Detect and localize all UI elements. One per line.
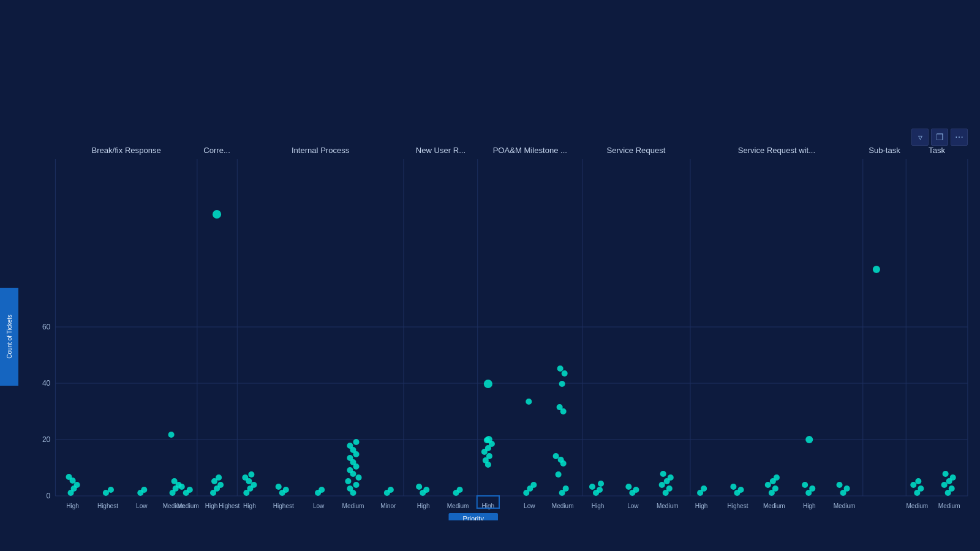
svg-text:Minor: Minor <box>380 503 396 509</box>
svg-point-74 <box>347 467 353 473</box>
svg-text:High: High <box>803 503 816 509</box>
svg-rect-0 <box>18 141 980 520</box>
svg-text:Medium: Medium <box>938 503 960 509</box>
svg-point-129 <box>774 474 780 481</box>
svg-point-97 <box>562 370 568 377</box>
svg-text:Task: Task <box>929 146 945 155</box>
svg-point-36 <box>141 487 147 493</box>
svg-point-91 <box>485 462 491 468</box>
svg-point-124 <box>730 484 736 490</box>
svg-point-43 <box>187 487 193 493</box>
svg-point-112 <box>633 487 639 493</box>
chart-svg: 0 20 40 60 Break/fix Response Corre... I… <box>18 141 980 520</box>
svg-point-55 <box>242 474 248 481</box>
svg-point-98 <box>559 381 565 387</box>
svg-text:Highest: Highest <box>727 503 748 509</box>
svg-point-82 <box>457 487 463 493</box>
svg-point-121 <box>701 485 707 492</box>
svg-text:High: High <box>205 503 218 509</box>
svg-point-92 <box>526 399 532 405</box>
svg-point-113 <box>625 484 631 490</box>
svg-text:0: 0 <box>47 492 51 500</box>
svg-text:40: 40 <box>42 379 51 388</box>
svg-point-44 <box>179 484 185 490</box>
svg-point-59 <box>276 484 282 490</box>
svg-point-116 <box>659 482 665 488</box>
svg-point-77 <box>388 487 394 493</box>
svg-point-95 <box>530 482 537 488</box>
svg-text:Low: Low <box>524 503 535 509</box>
svg-text:Low: Low <box>627 503 639 509</box>
svg-point-96 <box>557 365 564 372</box>
svg-text:Medium: Medium <box>834 503 856 509</box>
svg-point-127 <box>765 482 771 488</box>
svg-text:Medium: Medium <box>906 503 928 509</box>
svg-point-130 <box>805 436 813 443</box>
svg-text:Highest: Highest <box>97 503 118 509</box>
svg-point-88 <box>481 449 488 455</box>
expand-icon: ❐ <box>936 132 944 142</box>
svg-point-71 <box>345 478 351 484</box>
svg-text:Low: Low <box>313 503 325 509</box>
svg-point-79 <box>423 487 429 493</box>
svg-point-53 <box>251 482 257 488</box>
expand-button[interactable]: ❐ <box>931 129 948 146</box>
svg-text:60: 60 <box>42 323 51 331</box>
svg-point-147 <box>943 471 949 477</box>
svg-point-137 <box>873 266 880 273</box>
y-axis-label-container: Count of Tickets <box>0 288 18 386</box>
svg-point-140 <box>910 482 916 488</box>
svg-text:Service Request: Service Request <box>606 146 665 155</box>
svg-point-133 <box>802 482 808 488</box>
svg-point-143 <box>949 485 955 492</box>
svg-point-70 <box>353 482 359 488</box>
svg-point-80 <box>416 484 422 490</box>
svg-point-56 <box>248 471 254 478</box>
svg-point-123 <box>737 487 744 493</box>
svg-text:Internal Process: Internal Process <box>292 146 350 155</box>
svg-point-34 <box>108 487 114 493</box>
svg-point-63 <box>347 455 353 461</box>
svg-point-141 <box>915 478 921 484</box>
svg-text:Highest: Highest <box>219 503 239 509</box>
svg-point-126 <box>772 485 778 492</box>
svg-text:Break/fix Response: Break/fix Response <box>91 146 160 155</box>
svg-point-118 <box>668 474 674 481</box>
filter-button[interactable]: ▿ <box>911 129 929 146</box>
svg-text:Service Request wit...: Service Request wit... <box>738 146 815 155</box>
svg-point-84 <box>484 380 492 388</box>
svg-point-69 <box>347 485 353 492</box>
svg-text:Medium: Medium <box>342 503 364 509</box>
svg-point-50 <box>216 474 222 481</box>
svg-text:Medium: Medium <box>177 503 199 509</box>
svg-text:High: High <box>592 503 605 509</box>
svg-point-101 <box>553 453 559 459</box>
svg-point-119 <box>660 471 666 477</box>
svg-point-144 <box>941 482 948 488</box>
more-button[interactable]: ⋯ <box>951 129 968 146</box>
svg-text:Medium: Medium <box>552 503 574 509</box>
svg-point-109 <box>589 484 595 490</box>
svg-point-32 <box>66 474 72 480</box>
svg-text:Corre...: Corre... <box>203 146 230 155</box>
svg-point-85 <box>484 437 490 443</box>
svg-text:Sub-task: Sub-task <box>869 146 900 155</box>
svg-point-110 <box>598 481 604 487</box>
svg-text:High: High <box>417 503 430 509</box>
more-icon: ⋯ <box>955 132 963 142</box>
y-axis-label: Count of Tickets <box>6 315 13 359</box>
svg-text:Low: Low <box>136 503 148 509</box>
svg-point-136 <box>837 482 843 488</box>
svg-text:Medium: Medium <box>447 503 469 509</box>
svg-point-135 <box>844 485 850 492</box>
svg-text:High: High <box>66 503 79 509</box>
svg-text:High: High <box>695 503 708 509</box>
svg-text:POA&M Milestone ...: POA&M Milestone ... <box>493 146 567 155</box>
svg-text:High: High <box>243 503 256 509</box>
svg-point-139 <box>918 485 924 492</box>
svg-point-108 <box>597 487 603 493</box>
svg-text:New User R...: New User R... <box>416 146 466 155</box>
svg-point-45 <box>213 210 221 219</box>
svg-text:Highest: Highest <box>273 503 294 509</box>
svg-text:Medium: Medium <box>763 503 785 509</box>
